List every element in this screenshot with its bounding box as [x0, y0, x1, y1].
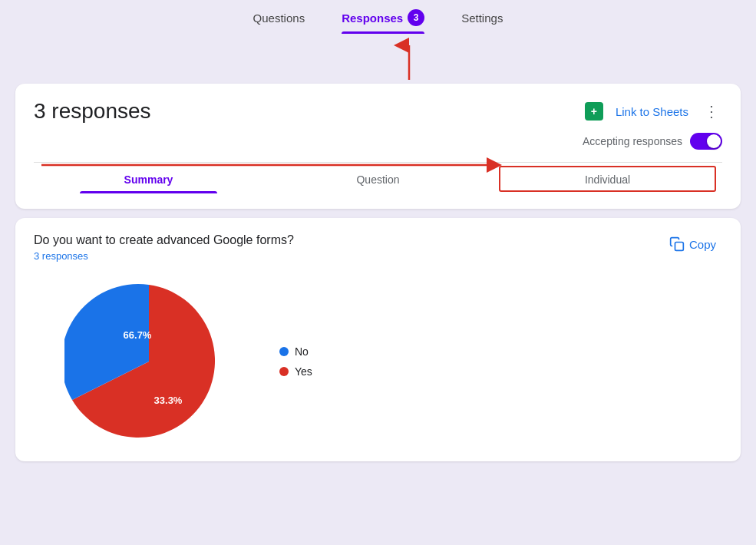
accepting-toggle[interactable] — [690, 133, 722, 150]
legend-dot-yes — [279, 347, 289, 356]
tab-responses[interactable]: Responses 3 — [342, 9, 424, 34]
accepting-row: Accepting responses — [583, 133, 722, 150]
sub-tab-summary-label: Summary — [124, 173, 173, 186]
chart-legend: No Yes — [279, 345, 312, 378]
responses-count: 3 responses — [34, 99, 151, 124]
more-icon: ⋮ — [704, 103, 719, 120]
legend-item-no: Yes — [279, 365, 312, 378]
tab-questions[interactable]: Questions — [253, 12, 305, 32]
question-title: Do you want to create advanced Google fo… — [34, 233, 294, 247]
pie-chart: 66.7% 33.3% — [64, 277, 233, 446]
link-to-sheets-label: Link to Sheets — [616, 105, 688, 118]
legend-dot-no — [279, 367, 289, 376]
responses-badge: 3 — [408, 9, 424, 26]
sub-tabs-container: Summary Question Individual — [34, 162, 722, 193]
arrow-annotation-up — [0, 34, 756, 84]
sub-tab-individual-label: Individual — [585, 173, 630, 186]
sheets-icon: + — [585, 102, 603, 121]
accepting-label: Accepting responses — [583, 135, 682, 147]
copy-icon — [669, 236, 685, 252]
top-navigation: Questions Responses 3 Settings — [0, 0, 756, 34]
question-response-count: 3 responses — [34, 250, 294, 262]
sub-tab-question-label: Question — [356, 173, 399, 186]
question-card: Do you want to create advanced Google fo… — [15, 218, 741, 461]
tab-questions-label: Questions — [253, 12, 305, 25]
svg-text:66.7%: 66.7% — [124, 329, 152, 341]
sub-tab-question[interactable]: Question — [263, 163, 493, 193]
tab-responses-label: Responses — [342, 12, 403, 25]
copy-button[interactable]: Copy — [663, 233, 722, 255]
sub-tabs: Summary Question Individual — [34, 162, 722, 193]
question-info: Do you want to create advanced Google fo… — [34, 233, 294, 262]
responses-header-card: 3 responses + Link to Sheets ⋮ Accepting… — [15, 84, 741, 209]
svg-rect-4 — [675, 243, 683, 251]
sub-tab-summary[interactable]: Summary — [34, 163, 263, 193]
question-header: Do you want to create advanced Google fo… — [34, 233, 722, 262]
legend-label-yes: No — [295, 345, 309, 358]
tab-settings[interactable]: Settings — [461, 12, 503, 32]
legend-label-no: Yes — [295, 365, 312, 378]
sub-tab-individual[interactable]: Individual — [493, 163, 722, 193]
header-top-row: + Link to Sheets ⋮ — [585, 99, 722, 124]
header-right: + Link to Sheets ⋮ Accepting responses — [583, 99, 722, 150]
responses-header: 3 responses + Link to Sheets ⋮ Accepting… — [34, 99, 722, 150]
link-to-sheets-button[interactable]: Link to Sheets — [609, 102, 695, 121]
legend-item-yes: No — [279, 345, 312, 358]
main-content: 3 responses + Link to Sheets ⋮ Accepting… — [0, 84, 756, 477]
chart-area: 66.7% 33.3% No Yes — [34, 277, 722, 446]
svg-text:33.3%: 33.3% — [154, 395, 183, 406]
copy-label: Copy — [689, 238, 716, 251]
tab-settings-label: Settings — [461, 12, 503, 25]
more-options-button[interactable]: ⋮ — [701, 99, 722, 124]
